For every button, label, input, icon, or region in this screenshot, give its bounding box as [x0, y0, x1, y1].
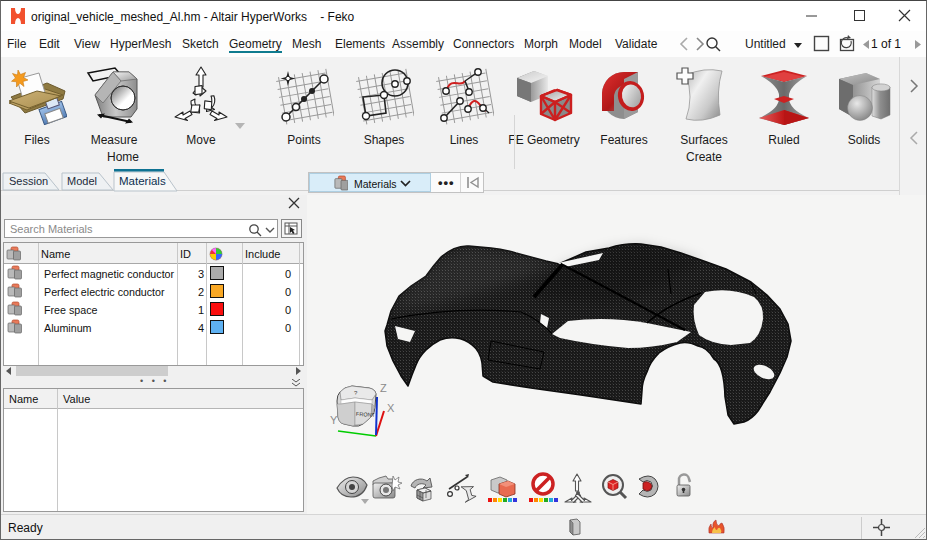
svg-text:Session: Session	[9, 175, 48, 187]
svg-text:Materials: Materials	[119, 175, 166, 187]
svg-text:Model: Model	[67, 175, 97, 187]
svg-text:Y: Y	[330, 414, 338, 426]
svg-text:X: X	[387, 402, 395, 414]
svg-text:Z: Z	[380, 382, 387, 394]
